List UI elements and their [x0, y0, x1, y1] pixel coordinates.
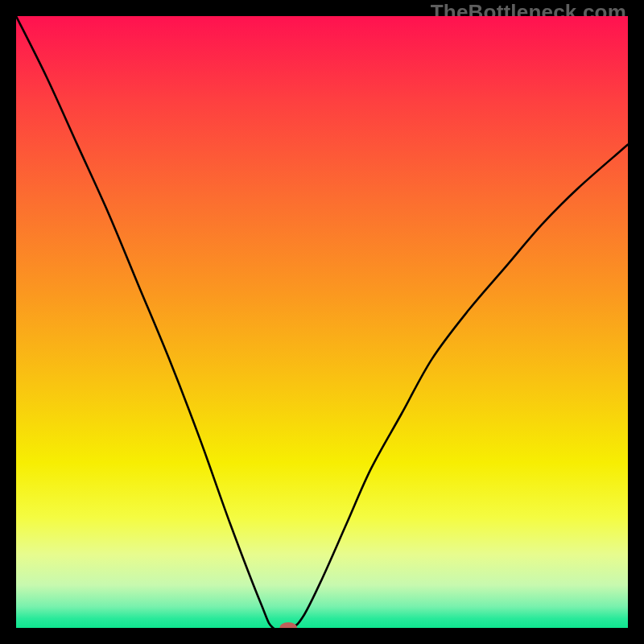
- chart-svg: [16, 16, 628, 628]
- plot-area: [16, 16, 628, 628]
- chart-frame: TheBottleneck.com: [0, 0, 644, 644]
- chart-background: [16, 16, 628, 628]
